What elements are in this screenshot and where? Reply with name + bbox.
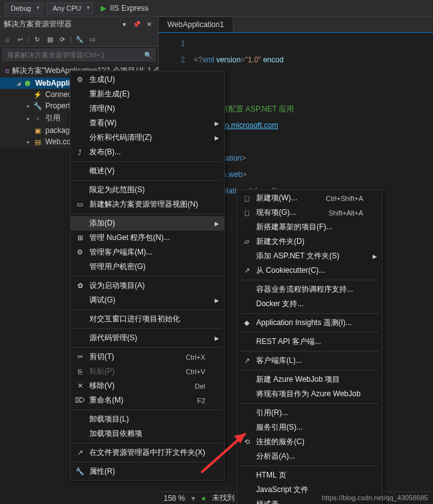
menu-item-label: 对交互窗口进行项目初始化 [89,314,180,324]
top-toolbar: Debug Any CPU ▶ IIS Express [0,0,433,16]
menu-item[interactable]: ↗客户端库(L)... [237,353,382,368]
menu-item-label: 查看(W) [89,118,116,129]
menu-item[interactable]: ⟲连接的服务(C) [237,435,382,449]
menu-item-label: REST API 客户端... [256,336,321,347]
menu-item[interactable]: ⚙生成(U) [70,72,224,87]
menu-item[interactable]: ⊞管理 NuGet 程序包(N)... [70,231,224,245]
run-icon[interactable]: ▶ [101,4,106,13]
menu-item[interactable]: 容器业务流程协调程序支持... [237,282,382,297]
menu-item[interactable]: ⎕现有项(G)...Shift+Alt+A [237,205,382,220]
menu-item[interactable]: 添加(D)▶ [70,216,224,231]
submenu-arrow-icon: ▶ [215,120,219,127]
menu-item[interactable]: 查看(W)▶ [70,116,224,130]
config-dropdown[interactable]: Debug [5,3,43,14]
status-ok-icon: ● [201,494,206,503]
menu-item-label: 限定为此范围(S) [89,185,145,195]
menu-item-label: 添加(D) [89,218,115,229]
menu-item-label: 分析器(A)... [256,451,295,462]
menu-item[interactable]: 调试(G)▶ [70,293,224,307]
menu-item[interactable]: ▱新建文件夹(D) [237,234,382,249]
menu-item-label: 生成(U) [89,74,115,85]
menu-item-label: 属性(R) [89,466,115,477]
menu-item-label: 发布(B)... [89,147,121,158]
panel-pin-icon[interactable]: 📌 [132,20,142,30]
menu-item[interactable]: 新建 Azure WebJob 项目 [237,372,382,387]
sync-icon[interactable]: ↻ [32,34,42,44]
menu-item-icon: ◆ [242,319,252,327]
menu-item-label: 剪切(T) [89,352,114,362]
menu-item[interactable]: ↗从 Cookiecutter(C)... [237,263,382,278]
menu-item-icon: ✂ [75,353,85,361]
menu-item-icon: ⚙ [75,248,85,256]
props-icon[interactable]: 🔧 [74,34,84,44]
menu-item[interactable]: 概述(V) [70,164,224,178]
watermark-text: https://blog.csdn.net/qq_43058685 [322,494,428,501]
menu-item[interactable]: ✂剪切(T)Ctrl+X [70,350,224,364]
menu-item[interactable]: 源代码管理(S)▶ [70,331,224,345]
menu-item[interactable]: 服务引用(S)... [237,420,382,435]
menu-item[interactable]: ⎘粘贴(P)Ctrl+V [70,364,224,379]
menu-item-label: 现有项(G)... [256,207,296,218]
menu-item-label: HTML 页 [256,470,286,481]
menu-item-label: Application Insights 遥测(I)... [256,318,352,328]
menu-item[interactable]: 分析器(A)... [237,449,382,464]
menu-item-label: 管理客户端库(M)... [89,247,152,258]
menu-item-label: 连接的服务(C) [256,437,305,447]
menu-item[interactable]: ▭新建解决方案资源管理器视图(N) [70,197,224,212]
menu-item-label: 粘贴(P) [89,366,115,377]
menu-item[interactable]: Docker 支持... [237,297,382,311]
menu-item-label: 新建 Azure WebJob 项目 [256,374,340,385]
menu-item[interactable]: ⤴发布(B)... [70,145,224,159]
submenu-arrow-icon: ▶ [215,297,219,304]
menu-item-label: 新建项(W)... [256,193,297,203]
menu-item[interactable]: 重新生成(E) [70,87,224,101]
menu-item-label: 新建文件夹(D) [256,236,305,247]
menu-item[interactable]: 对交互窗口进行项目初始化 [70,312,224,326]
collapse-icon[interactable]: ▭ [87,34,97,44]
status-text: 未找到 [212,493,235,503]
menu-item-icon: ↗ [242,266,252,275]
menu-item[interactable]: ⎕新建项(W)...Ctrl+Shift+A [237,191,382,205]
menu-item[interactable]: ↗在文件资源管理器中打开文件夹(X) [70,445,224,460]
menu-item[interactable]: 管理用户机密(G) [70,260,224,274]
menu-item[interactable]: HTML 页 [237,468,382,483]
menu-item-label: 添加 ASP.NET 文件夹(S) [256,251,339,261]
menu-item[interactable]: ⚙管理客户端库(M)... [70,245,224,260]
menu-item[interactable]: 加载项目依赖项 [70,427,224,441]
menu-item[interactable]: ◆Application Insights 遥测(I)... [237,316,382,330]
submenu-arrow-icon: ▶ [215,220,219,227]
menu-item[interactable]: 清理(N) [70,101,224,116]
platform-dropdown[interactable]: Any CPU [47,3,93,14]
menu-item[interactable]: 将现有项目作为 Azure WebJob [237,387,382,401]
panel-title-text: 解决方案资源管理器 [4,19,72,30]
menu-item-label: 清理(N) [89,103,115,114]
menu-item[interactable]: ✿设为启动项目(A) [70,278,224,293]
back-icon[interactable]: ↩ [15,34,25,44]
menu-item[interactable]: ⌦重命名(M)F2 [70,393,224,408]
menu-item-icon: ▱ [242,238,252,246]
menu-item[interactable]: ✕移除(V)Del [70,379,224,393]
search-icon[interactable]: 🔍 [143,50,153,60]
home-icon[interactable]: ⌂ [3,34,13,44]
menu-item-shortcut: Del [182,382,205,390]
refresh-icon[interactable]: ⟳ [57,34,67,44]
zoom-level[interactable]: 158 % [164,494,185,503]
menu-item[interactable]: 卸载项目(L) [70,412,224,427]
menu-item[interactable]: 新搭建基架的项目(F)... [237,220,382,234]
menu-item-icon: ⎘ [75,368,85,375]
panel-dropdown-icon[interactable]: ▾ [119,20,129,30]
showall-icon[interactable]: ▤ [45,34,55,44]
menu-item-label: 重命名(M) [89,395,123,406]
menu-item[interactable]: 添加 ASP.NET 文件夹(S)▶ [237,249,382,263]
search-input[interactable] [3,49,143,60]
menu-item[interactable]: 引用(R)... [237,406,382,420]
project-context-menu: ⚙生成(U)重新生成(E)清理(N)查看(W)▶分析和代码清理(Z)▶⤴发布(B… [70,71,225,481]
menu-item-label: 容器业务流程协调程序支持... [256,284,353,295]
menu-item-icon: ⎕ [242,209,252,217]
menu-item[interactable]: 限定为此范围(S) [70,183,224,197]
menu-item[interactable]: 🔧属性(R) [70,464,224,479]
menu-item[interactable]: REST API 客户端... [237,335,382,349]
editor-tab[interactable]: WebApplication1 [159,16,233,32]
panel-close-icon[interactable]: ✕ [144,20,154,30]
menu-item[interactable]: 分析和代码清理(Z)▶ [70,130,224,145]
